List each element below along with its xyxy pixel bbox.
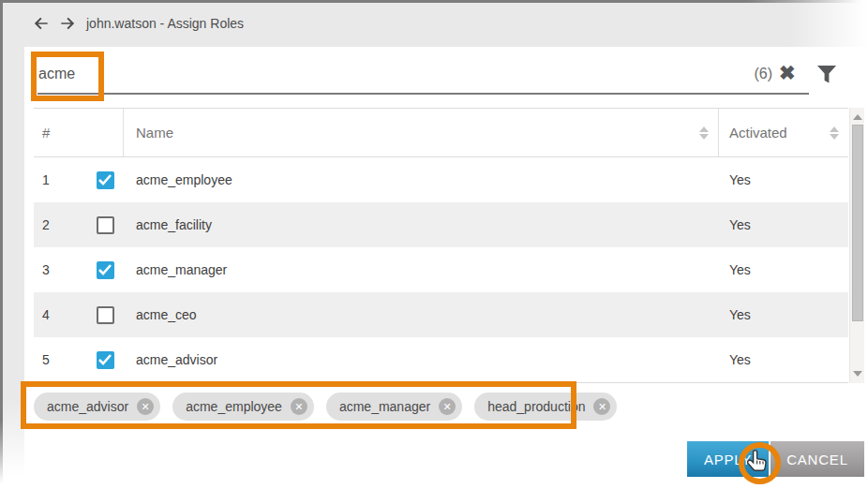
chip-acme-employee: acme_employee ✕ <box>172 393 314 421</box>
search-input-underline <box>37 93 809 95</box>
window-edge-left <box>0 0 3 489</box>
role-checkbox[interactable] <box>97 261 114 279</box>
role-activated: Yes <box>719 172 848 187</box>
table-row: 1 acme_employee Yes <box>34 157 848 202</box>
role-checkbox[interactable] <box>97 171 114 189</box>
title-bar: john.watson - Assign Roles <box>0 0 868 47</box>
window-edge-top <box>0 0 868 3</box>
row-number: 3 <box>42 262 97 277</box>
scrollbar-up-arrow-icon[interactable] <box>853 114 862 120</box>
row-number: 4 <box>42 307 97 322</box>
chip-remove-icon[interactable]: ✕ <box>439 398 456 415</box>
scrollbar-down-arrow-icon[interactable] <box>853 371 862 377</box>
left-gray-strip <box>0 47 24 489</box>
clear-search-icon[interactable]: ✖ <box>779 62 796 84</box>
sort-icon-activated[interactable] <box>830 126 839 140</box>
table-scrollbar[interactable] <box>849 108 864 383</box>
chip-head-production: head_production ✕ <box>474 393 617 421</box>
role-activated: Yes <box>719 307 848 322</box>
chip-remove-icon[interactable]: ✕ <box>137 398 154 415</box>
role-activated: Yes <box>719 262 848 277</box>
chip-remove-icon[interactable]: ✕ <box>291 398 307 415</box>
chip-remove-icon[interactable]: ✕ <box>593 398 610 415</box>
role-name: acme_manager <box>124 262 719 277</box>
dialog-title: john.watson - Assign Roles <box>86 16 244 31</box>
forward-arrow-icon[interactable] <box>58 14 77 33</box>
row-number: 5 <box>42 352 97 367</box>
table-row: 4 acme_ceo Yes <box>34 292 848 337</box>
scrollbar-thumb[interactable] <box>852 125 863 321</box>
chip-acme-manager: acme_manager ✕ <box>326 393 462 421</box>
roles-table: # Name Activated 1 acme_employee Yes 2 a… <box>34 108 848 383</box>
role-checkbox[interactable] <box>97 351 114 369</box>
column-header-activated[interactable]: Activated <box>719 109 848 156</box>
role-name: acme_employee <box>124 172 719 187</box>
role-name: acme_facility <box>124 217 719 232</box>
assign-roles-dialog: john.watson - Assign Roles acme (6) ✖ # … <box>0 0 868 489</box>
table-row: 2 acme_facility Yes <box>34 202 848 247</box>
selected-roles-chips: acme_advisor ✕ acme_employee ✕ acme_mana… <box>34 393 617 421</box>
sort-icon-name[interactable] <box>699 126 709 140</box>
filter-result-count: (6) <box>741 66 772 82</box>
chip-acme-advisor: acme_advisor ✕ <box>34 393 160 421</box>
role-activated: Yes <box>719 352 848 367</box>
table-row: 5 acme_advisor Yes <box>34 337 848 382</box>
cancel-button[interactable]: CANCEL <box>771 441 864 477</box>
role-name: acme_advisor <box>124 352 719 367</box>
search-input[interactable]: acme <box>38 66 75 82</box>
table-header-row: # Name Activated <box>34 109 848 157</box>
role-checkbox[interactable] <box>97 306 114 324</box>
filter-funnel-icon[interactable] <box>816 65 837 84</box>
table-row: 3 acme_manager Yes <box>34 247 848 292</box>
apply-button[interactable]: APPLY <box>687 441 769 477</box>
role-activated: Yes <box>719 217 848 232</box>
role-checkbox[interactable] <box>97 216 114 234</box>
role-name: acme_ceo <box>124 307 719 322</box>
row-number: 2 <box>42 217 97 232</box>
column-header-number[interactable]: # <box>34 109 124 156</box>
row-number: 1 <box>42 172 97 187</box>
back-arrow-icon[interactable] <box>32 14 51 33</box>
column-header-name[interactable]: Name <box>124 109 719 156</box>
